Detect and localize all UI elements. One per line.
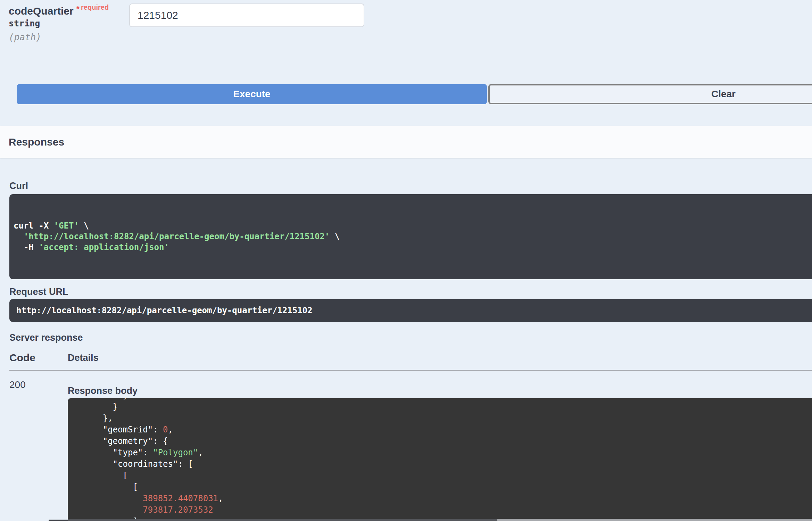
horizontal-scrollbar[interactable] xyxy=(68,519,812,521)
request-url-label: Request URL xyxy=(9,287,812,297)
scrollbar-thumb[interactable] xyxy=(68,519,497,521)
request-url-block: http://localhost:8282/api/parcelle-geom/… xyxy=(9,299,812,322)
parameter-value-input[interactable] xyxy=(129,3,364,27)
required-asterisk: * xyxy=(76,4,80,14)
swagger-operation-page: { "parameter": { "name": "codeQuartier",… xyxy=(0,0,812,521)
parameter-name-text: codeQuartier xyxy=(9,5,74,17)
parameter-location: (path) xyxy=(9,33,129,42)
response-table-row: 200 Response body } } }, "geomSrid": 0, … xyxy=(9,380,812,521)
execute-button[interactable]: Execute xyxy=(17,84,487,104)
code-column-header: Code xyxy=(9,353,68,363)
curl-command-text: curl -X 'GET' \ 'http://localhost:8282/a… xyxy=(14,221,812,253)
responses-section-header: Responses xyxy=(0,126,812,158)
parameter-name: codeQuartier*required xyxy=(9,2,129,16)
responses-body: Curl curl -X 'GET' \ 'http://localhost:8… xyxy=(0,181,812,521)
required-label: required xyxy=(81,3,109,11)
details-column-header: Details xyxy=(68,353,99,363)
server-response-label: Server response xyxy=(9,332,812,343)
curl-label: Curl xyxy=(9,181,812,191)
response-details-cell: Response body } } }, "geomSrid": 0, "geo… xyxy=(68,380,812,521)
execute-row: Execute Clear xyxy=(17,84,812,104)
responses-title: Responses xyxy=(9,136,64,148)
request-url-value: http://localhost:8282/api/parcelle-geom/… xyxy=(16,306,313,315)
response-body-block[interactable]: } } }, "geomSrid": 0, "geometry": { "typ… xyxy=(68,398,812,521)
table-separator xyxy=(9,370,812,371)
curl-command-block[interactable]: curl -X 'GET' \ 'http://localhost:8282/a… xyxy=(9,194,812,279)
response-body-json: } } }, "geomSrid": 0, "geometry": { "typ… xyxy=(68,398,812,521)
parameter-type: string xyxy=(9,19,129,28)
response-table-header: Code Details xyxy=(9,353,812,363)
response-body-label: Response body xyxy=(68,386,812,396)
parameter-row: codeQuartier*required string (path) xyxy=(0,0,812,42)
status-code-cell: 200 xyxy=(9,380,68,390)
parameter-meta: codeQuartier*required string (path) xyxy=(9,0,129,42)
parameter-value-column xyxy=(129,3,364,42)
clear-button[interactable]: Clear xyxy=(488,84,812,104)
